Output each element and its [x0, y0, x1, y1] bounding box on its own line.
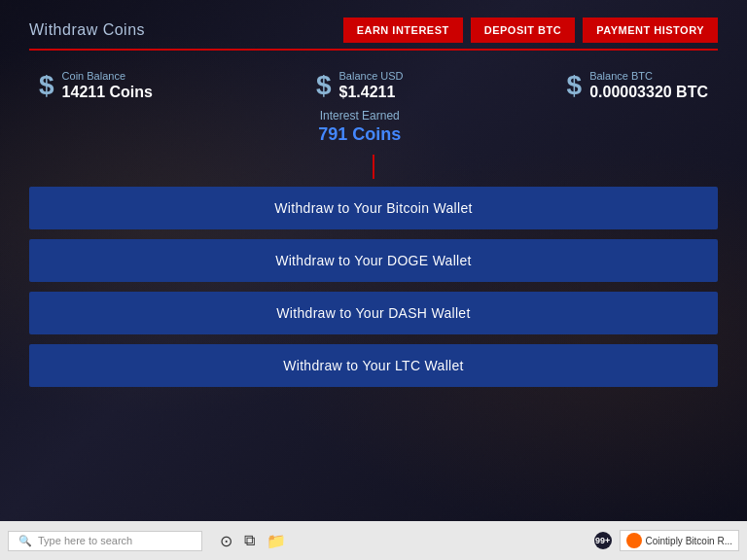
coin-balance-info: Coin Balance 14211 Coins [62, 70, 153, 101]
header-buttons: EARN INTEREST DEPOSIT BTC PAYMENT HISTOR… [343, 18, 718, 43]
cortana-icon[interactable]: ⊙ [220, 532, 232, 550]
page-title: Withdraw Coins [29, 21, 145, 39]
withdraw-dash-button[interactable]: Withdraw to Your DASH Wallet [29, 292, 718, 334]
search-icon: 🔍 [18, 535, 32, 547]
withdraw-ltc-button[interactable]: Withdraw to Your LTC Wallet [29, 344, 718, 387]
withdraw-buttons-container: Withdraw to Your Bitcoin Wallet Withdraw… [29, 187, 718, 387]
withdraw-bitcoin-button[interactable]: Withdraw to Your Bitcoin Wallet [29, 187, 718, 229]
btc-balance-value: 0.00003320 BTC [589, 84, 708, 101]
search-placeholder-text: Type here to search [38, 535, 132, 546]
usd-section: $ Balance USD $1.4211 Interest Earned 79… [316, 70, 404, 145]
coin-dollar-sign: $ [39, 72, 54, 99]
red-divider [29, 49, 718, 51]
cointiply-icon [626, 533, 642, 548]
usd-balance-value: $1.4211 [339, 84, 404, 101]
interest-label: Interest Earned [318, 109, 401, 122]
taskbar-right: 99+ Cointiply Bitcoin R... [594, 530, 739, 551]
file-explorer-icon[interactable]: 📁 [267, 532, 286, 550]
coin-balance-card: $ Coin Balance 14211 Coins [39, 70, 153, 101]
taskbar-icons: ⊙ ⧉ 📁 [220, 532, 286, 550]
header-row: Withdraw Coins EARN INTEREST DEPOSIT BTC… [29, 18, 718, 43]
usd-balance-card: $ Balance USD $1.4211 [316, 70, 404, 101]
red-vertical-line [373, 155, 374, 179]
btc-dollar-sign: $ [567, 72, 583, 99]
btc-balance-label: Balance BTC [589, 70, 708, 82]
balance-row: $ Coin Balance 14211 Coins $ Balance USD… [29, 70, 718, 145]
btc-balance-info: Balance BTC 0.00003320 BTC [589, 70, 708, 101]
earn-interest-button[interactable]: EARN INTEREST [343, 18, 463, 43]
cointiply-label: Cointiply Bitcoin R... [646, 536, 732, 546]
task-view-icon[interactable]: ⧉ [244, 532, 255, 549]
coin-balance-label: Coin Balance [62, 70, 153, 82]
withdraw-doge-button[interactable]: Withdraw to Your DOGE Wallet [29, 239, 718, 282]
deposit-btc-button[interactable]: DEPOSIT BTC [471, 18, 575, 43]
btc-balance-card: $ Balance BTC 0.00003320 BTC [567, 70, 708, 101]
payment-history-button[interactable]: PAYMENT HISTORY [583, 18, 718, 43]
search-bar[interactable]: 🔍 Type here to search [8, 531, 202, 551]
cointiply-taskbar-badge[interactable]: Cointiply Bitcoin R... [620, 530, 739, 551]
interest-value: 791 Coins [318, 124, 401, 145]
usd-balance-label: Balance USD [339, 70, 404, 82]
coin-balance-value: 14211 Coins [62, 84, 153, 101]
interest-section: Interest Earned 791 Coins [318, 109, 401, 145]
usd-dollar-sign: $ [316, 72, 332, 99]
notification-badge[interactable]: 99+ [594, 532, 612, 549]
taskbar: 🔍 Type here to search ⊙ ⧉ 📁 99+ Cointipl… [0, 521, 747, 560]
usd-balance-info: Balance USD $1.4211 [339, 70, 404, 101]
